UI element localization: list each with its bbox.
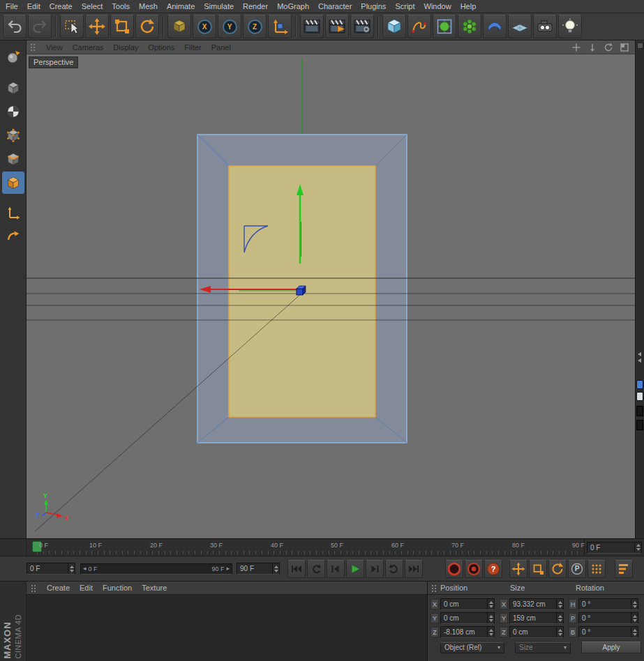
redo-button[interactable]: [28, 15, 52, 38]
coordinate-mode-button[interactable]: [2, 226, 24, 248]
viewport-canvas[interactable]: Perspective: [27, 54, 635, 538]
materials-menu-texture[interactable]: Texture: [142, 584, 167, 592]
polygon-mode-button[interactable]: [2, 172, 24, 194]
previous-frame-button[interactable]: [327, 560, 345, 578]
timeline-ruler[interactable]: 0 F 10 F 20 F 30 F 40 F 50 F 60 F 70 F 8…: [27, 539, 585, 556]
pan-view-button[interactable]: [571, 43, 581, 52]
menu-create[interactable]: Create: [50, 2, 73, 10]
texture-mode-button[interactable]: [2, 100, 24, 123]
vp-menu-cameras[interactable]: Cameras: [73, 43, 104, 52]
toggle-view-button[interactable]: [620, 43, 629, 52]
model-mode-button[interactable]: [2, 77, 24, 99]
rotation-p-field[interactable]: 0 °: [578, 612, 638, 624]
scale-tool-button[interactable]: [110, 15, 134, 38]
size-y-field[interactable]: 159 cm: [509, 612, 564, 624]
x-axis-lock-button[interactable]: X: [193, 15, 216, 38]
record-parameter-toggle[interactable]: P: [568, 560, 586, 578]
spinner[interactable]: [634, 542, 641, 553]
rotate-tool-button[interactable]: [135, 15, 159, 38]
position-x-field[interactable]: 0 cm: [440, 598, 495, 610]
expand-panel-icon[interactable]: [638, 352, 641, 356]
viewport-label[interactable]: Perspective: [29, 56, 78, 68]
floor-button[interactable]: [508, 15, 532, 38]
zoom-view-button[interactable]: [587, 43, 597, 52]
goto-end-button[interactable]: [405, 560, 423, 578]
vp-menu-filter[interactable]: Filter: [184, 43, 201, 52]
axis-mode-button[interactable]: [2, 202, 24, 225]
light-button[interactable]: [558, 15, 582, 38]
materials-menu-function[interactable]: Function: [103, 584, 132, 592]
help-button[interactable]: ?: [484, 560, 502, 578]
last-used-tool-button[interactable]: [167, 15, 191, 38]
play-button[interactable]: [346, 560, 364, 578]
materials-menu-create[interactable]: Create: [47, 584, 70, 592]
next-frame-button[interactable]: [366, 560, 384, 578]
frame-display-field[interactable]: 0 F: [587, 542, 642, 554]
undo-button[interactable]: [3, 15, 27, 38]
menu-tools[interactable]: Tools: [112, 2, 130, 10]
y-axis-lock-button[interactable]: Y: [218, 15, 241, 38]
spinner[interactable]: [487, 599, 494, 609]
deformer-button[interactable]: [483, 15, 507, 38]
spinner[interactable]: [556, 599, 563, 609]
camera-button[interactable]: [533, 15, 557, 38]
preview-range-slider[interactable]: ◂ 0 F 90 F ▸: [80, 563, 232, 575]
menu-mesh[interactable]: Mesh: [139, 2, 158, 10]
menu-window[interactable]: Window: [424, 2, 451, 10]
autokey-button[interactable]: [465, 560, 483, 578]
menu-help[interactable]: Help: [460, 2, 477, 10]
vp-menu-view[interactable]: View: [46, 43, 63, 52]
spinner[interactable]: [631, 599, 638, 609]
render-settings-button[interactable]: [350, 15, 374, 38]
spinner[interactable]: [68, 563, 75, 574]
mograph-button[interactable]: [458, 15, 481, 38]
menu-character[interactable]: Character: [318, 2, 352, 10]
current-frame-field[interactable]: 0 F: [27, 563, 75, 575]
rotation-h-field[interactable]: 0 °: [578, 598, 638, 610]
menu-animate[interactable]: Animate: [167, 2, 195, 10]
record-pla-toggle[interactable]: [587, 560, 606, 578]
rotation-b-field[interactable]: 0 °: [578, 626, 638, 638]
menu-edit[interactable]: Edit: [27, 2, 40, 10]
move-tool-button[interactable]: [85, 15, 109, 38]
record-scale-toggle[interactable]: [529, 560, 547, 578]
menu-plugins[interactable]: Plugins: [361, 2, 386, 10]
z-axis-lock-button[interactable]: Z: [243, 15, 267, 38]
make-editable-button[interactable]: [2, 46, 24, 68]
material-list-area[interactable]: [27, 595, 427, 661]
add-cube-button[interactable]: [382, 15, 406, 38]
menu-mograph[interactable]: MoGraph: [277, 2, 309, 10]
coord-mode-dropdown[interactable]: Object (Rel) ▾: [440, 642, 504, 653]
spinner[interactable]: [556, 627, 563, 637]
edge-mode-button[interactable]: [2, 148, 24, 170]
record-position-toggle[interactable]: [509, 560, 527, 578]
range-end-handle-icon[interactable]: ▸: [226, 565, 230, 572]
coordinate-system-button[interactable]: [268, 15, 292, 38]
menu-select[interactable]: Select: [82, 2, 103, 10]
vp-menu-options[interactable]: Options: [148, 43, 174, 52]
position-z-field[interactable]: -8.108 cm: [440, 626, 495, 638]
vp-menu-panel[interactable]: Panel: [211, 43, 231, 52]
add-spline-button[interactable]: [407, 15, 431, 38]
menu-script[interactable]: Script: [395, 2, 414, 10]
spinner[interactable]: [556, 613, 563, 623]
size-z-field[interactable]: 0 cm: [509, 626, 564, 638]
menu-render[interactable]: Render: [243, 2, 268, 10]
record-rotation-toggle[interactable]: [548, 560, 567, 578]
previous-key-button[interactable]: [307, 560, 325, 578]
keyframe-selection-button[interactable]: [615, 560, 633, 578]
spinner[interactable]: [487, 613, 494, 623]
position-y-field[interactable]: 0 cm: [440, 612, 495, 624]
apply-button[interactable]: Apply: [581, 641, 641, 653]
materials-menu-edit[interactable]: Edit: [80, 584, 93, 592]
right-panel-strip[interactable]: [635, 40, 644, 538]
spinner[interactable]: [272, 563, 279, 574]
size-mode-dropdown[interactable]: Size ▾: [515, 642, 571, 653]
subdivision-surface-button[interactable]: [433, 15, 456, 38]
spinner[interactable]: [487, 627, 494, 637]
size-x-field[interactable]: 93.332 cm: [509, 598, 564, 610]
next-key-button[interactable]: [385, 560, 403, 578]
rotate-view-button[interactable]: [604, 43, 613, 52]
vp-menu-display[interactable]: Display: [113, 43, 138, 52]
render-view-button[interactable]: [300, 15, 324, 38]
